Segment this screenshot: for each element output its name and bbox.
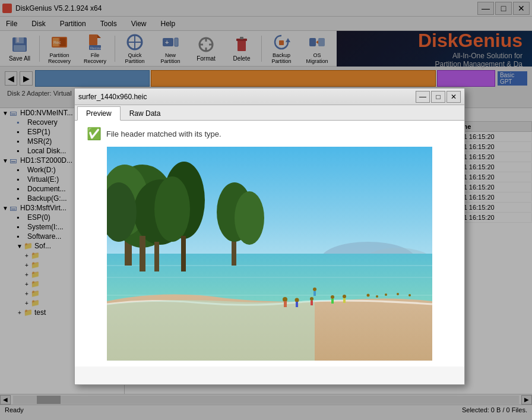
tab-preview[interactable]: Preview (77, 106, 121, 121)
svg-point-52 (235, 191, 264, 245)
svg-rect-58 (311, 301, 313, 305)
status-message: ✅ File header matched with its type. (81, 127, 221, 141)
svg-point-59 (331, 295, 334, 299)
preview-image-container (107, 147, 432, 361)
tab-raw-data[interactable]: Raw Data (121, 106, 170, 120)
svg-rect-56 (296, 302, 298, 307)
modal-body: ✅ File header matched with its type. (75, 121, 464, 367)
modal-controls: — □ ✕ (416, 91, 461, 103)
svg-point-63 (367, 294, 370, 297)
svg-point-66 (397, 293, 399, 295)
check-icon: ✅ (87, 127, 102, 141)
modal-window: surfer_1440x960.heic — □ ✕ Preview Raw D… (74, 88, 465, 385)
svg-point-67 (408, 294, 411, 296)
svg-point-68 (313, 288, 316, 291)
svg-point-64 (376, 295, 378, 298)
svg-point-48 (154, 176, 190, 242)
svg-rect-46 (154, 242, 159, 271)
modal-maximize[interactable]: □ (431, 91, 445, 103)
svg-rect-69 (314, 291, 316, 296)
svg-point-61 (343, 295, 346, 298)
svg-rect-62 (343, 298, 346, 303)
preview-image (107, 147, 432, 361)
modal-close[interactable]: ✕ (446, 91, 461, 103)
modal-minimize[interactable]: — (416, 91, 430, 103)
status-text: File header matched with its type. (106, 130, 221, 138)
svg-point-57 (310, 297, 314, 301)
svg-rect-60 (331, 299, 334, 304)
modal-tabs: Preview Raw Data (75, 105, 464, 121)
svg-point-55 (295, 298, 299, 302)
svg-point-65 (385, 293, 387, 296)
svg-rect-45 (140, 236, 145, 271)
svg-rect-54 (284, 301, 287, 307)
svg-rect-49 (181, 236, 186, 271)
modal-overlay: surfer_1440x960.heic — □ ✕ Preview Raw D… (0, 0, 532, 420)
modal-title-bar: surfer_1440x960.heic — □ ✕ (75, 89, 464, 105)
modal-title: surfer_1440x960.heic (78, 93, 147, 101)
svg-point-53 (283, 297, 287, 302)
